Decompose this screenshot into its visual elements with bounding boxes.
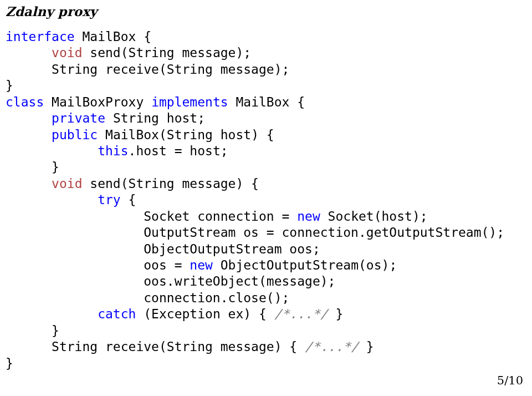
- page-title: Zdalny proxy: [6, 3, 526, 20]
- kw-public: public: [52, 128, 98, 142]
- comment: /*...*/: [274, 307, 328, 321]
- code-text: send(String message);: [82, 45, 251, 60]
- kw-private: private: [52, 111, 105, 125]
- code-text: String receive(String message) {: [6, 339, 305, 354]
- kw-void: void: [52, 45, 82, 60]
- code-text: Socket(host);: [320, 209, 428, 224]
- code-text: [6, 111, 52, 125]
- kw-void: void: [52, 176, 82, 191]
- code-text: {: [121, 192, 136, 207]
- code-text: [6, 45, 52, 60]
- kw-interface: interface: [6, 29, 75, 44]
- kw-this: this: [98, 144, 128, 158]
- kw-catch: catch: [98, 307, 136, 321]
- code-text: String receive(String message);: [6, 62, 289, 77]
- comment: /*...*/: [305, 339, 359, 354]
- code-text: oos.writeObject(message);: [6, 274, 335, 288]
- code-text: }: [6, 323, 59, 338]
- code-text: String host;: [105, 111, 205, 125]
- code-text: [6, 144, 98, 158]
- code-text: }: [6, 160, 59, 174]
- code-text: [6, 307, 98, 321]
- code-text: }: [6, 78, 13, 93]
- code-text: MailBox {: [228, 95, 305, 109]
- kw-new: new: [190, 258, 213, 272]
- code-text: ObjectOutputStream(os);: [213, 258, 397, 272]
- kw-try: try: [98, 192, 121, 207]
- code-text: [6, 176, 52, 191]
- code-block: interface MailBox { void send(String mes…: [6, 29, 526, 372]
- code-text: ObjectOutputStream oos;: [6, 242, 320, 256]
- code-text: Socket connection =: [6, 209, 297, 224]
- code-text: [6, 128, 52, 142]
- kw-class: class: [6, 95, 44, 109]
- code-text: MailBox {: [75, 29, 151, 44]
- code-text: }: [359, 339, 374, 354]
- code-text: MailBoxProxy: [44, 95, 151, 109]
- code-text: connection.close();: [6, 291, 289, 305]
- page-number: 5/10: [497, 373, 523, 388]
- code-text: .host = host;: [129, 144, 228, 158]
- code-text: MailBox(String host) {: [98, 128, 274, 142]
- code-text: OutputStream os = connection.getOutputSt…: [6, 225, 504, 240]
- code-text: send(String message) {: [82, 176, 259, 191]
- kw-implements: implements: [151, 95, 228, 109]
- kw-new: new: [297, 209, 320, 224]
- code-text: }: [328, 307, 344, 321]
- code-text: (Exception ex) {: [136, 307, 274, 321]
- code-text: [6, 192, 98, 207]
- code-text: }: [6, 356, 13, 370]
- code-text: oos =: [6, 258, 190, 272]
